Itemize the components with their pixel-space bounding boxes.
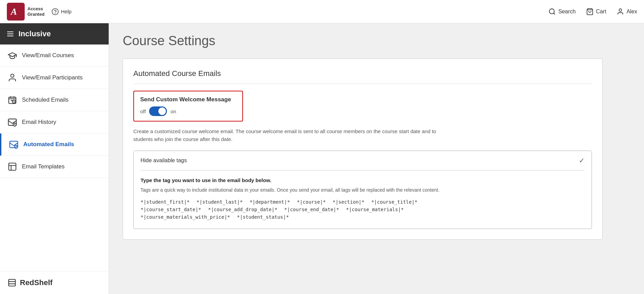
svg-rect-9 [7, 36, 13, 36]
brand-label: RedShelf [20, 278, 52, 287]
cart-label: Cart [596, 9, 606, 15]
search-button[interactable]: Search [548, 8, 576, 15]
toggle-off-text: off [140, 108, 146, 114]
svg-rect-8 [7, 34, 13, 34]
logo[interactable]: A Access Granted [7, 3, 45, 21]
svg-rect-7 [7, 31, 13, 32]
sidebar-item-label: Email History [22, 119, 56, 126]
user-button[interactable]: Alex [617, 8, 637, 15]
page-title: Course Settings [123, 34, 630, 48]
tag-course-add-drop-date: *|course_add_drop_date|* [208, 207, 277, 212]
cart-button[interactable]: Cart [586, 8, 606, 15]
tags-row-1: *|student_first|* *|student_last|* *|dep… [141, 199, 585, 205]
svg-point-2 [55, 13, 55, 13]
sidebar-item-email-history[interactable]: Email History [0, 111, 109, 133]
sidebar-section-title: Inclusive [0, 23, 109, 44]
svg-point-10 [11, 74, 14, 77]
card-title: Automated Course Emails [133, 69, 592, 84]
tags-header-label: Hide available tags [141, 157, 187, 164]
tags-header[interactable]: Hide available tags ✓ [134, 151, 592, 170]
toggle-switch[interactable] [149, 106, 167, 116]
sidebar-item-label: View/Email Participants [22, 74, 83, 81]
tags-instruction: Tags are a quick way to include institut… [141, 187, 585, 194]
sidebar-item-label: Scheduled Emails [22, 97, 69, 103]
toggle-row: off on [140, 106, 236, 116]
sidebar-item-view-email-participants[interactable]: View/Email Participants [0, 67, 109, 89]
sidebar-item-label: View/Email Courses [22, 52, 74, 59]
svg-rect-17 [9, 163, 16, 170]
toggle-label: Send Custom Welcome Message [140, 96, 236, 103]
header: A Access Granted Help Search [0, 0, 644, 23]
user-icon [8, 73, 17, 82]
help-label: Help [61, 9, 72, 14]
sidebar-item-label: Automated Emails [23, 141, 74, 148]
user-label: Alex [627, 9, 637, 15]
tags-box: Hide available tags ✓ Type the tag you w… [133, 151, 592, 229]
template-icon [8, 162, 17, 171]
toggle-section: Send Custom Welcome Message off on [133, 91, 243, 122]
tag-course-start-date: *|course_start_date|* [141, 207, 201, 212]
svg-rect-18 [9, 279, 15, 286]
logo-text: Access Granted [27, 6, 45, 17]
tags-row-2: *|course_start_date|* *|course_add_drop_… [141, 207, 585, 212]
svg-point-3 [549, 9, 555, 14]
sidebar-item-email-templates[interactable]: Email Templates [0, 156, 109, 178]
layout: Inclusive View/Email Courses View/Email … [0, 23, 644, 294]
history-icon [8, 117, 17, 127]
tag-student-first: *|student_first|* [141, 199, 190, 205]
header-actions: Search Cart Alex [548, 8, 637, 15]
auto-icon [9, 140, 19, 149]
toggle-on-text: on [170, 108, 176, 114]
tag-course-materials: *|course_materials|* [346, 207, 404, 212]
course-settings-card: Automated Course Emails Send Custom Welc… [123, 59, 603, 240]
sidebar-footer: RedShelf [0, 271, 109, 294]
svg-point-6 [619, 9, 621, 11]
main-content: Course Settings Automated Course Emails … [109, 23, 644, 294]
tag-course-title: *|course_title|* [371, 199, 417, 205]
scheduled-icon [8, 95, 17, 105]
svg-line-4 [554, 13, 555, 14]
sidebar-item-view-email-courses[interactable]: View/Email Courses [0, 44, 109, 67]
tag-course-materials-with-price: *|course_materials_with_price|* [141, 214, 230, 220]
redshelf-icon [8, 278, 16, 287]
help-button[interactable]: Help [51, 8, 72, 15]
tags-instruction-bold: Type the tag you want to use in the emai… [141, 177, 585, 183]
tags-row-3: *|course_materials_with_price|* *|studen… [141, 214, 585, 220]
description-text: Create a customized course welcome email… [133, 128, 442, 143]
logo-icon: A [7, 3, 25, 21]
tag-section: *|section|* [332, 199, 364, 205]
sidebar-item-label: Email Templates [22, 163, 64, 170]
tag-student-last: *|student_last|* [196, 199, 243, 205]
search-label: Search [558, 9, 576, 15]
tags-body: Type the tag you want to use in the emai… [134, 170, 592, 229]
svg-text:A: A [10, 7, 17, 17]
chevron-down-icon: ✓ [579, 156, 585, 165]
tag-course-end-date: *|course_end_date|* [284, 207, 339, 212]
sidebar-item-scheduled-emails[interactable]: Scheduled Emails [0, 89, 109, 111]
tag-course: *|course|* [297, 199, 326, 205]
graduation-icon [8, 51, 17, 60]
tag-department: *|department|* [250, 199, 290, 205]
sidebar-item-automated-emails[interactable]: Automated Emails [0, 133, 109, 156]
sidebar: Inclusive View/Email Courses View/Email … [0, 23, 109, 294]
tag-student-status: *|student_status|* [237, 214, 289, 220]
